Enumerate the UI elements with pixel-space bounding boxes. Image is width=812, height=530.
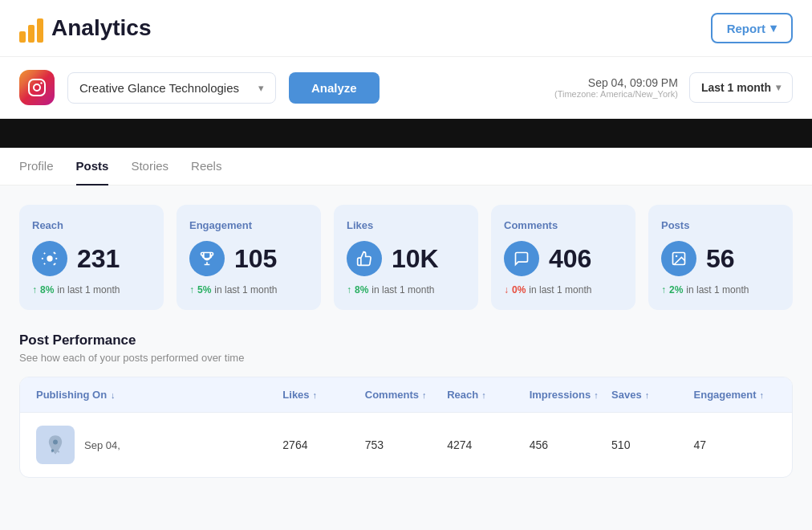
black-banner bbox=[0, 119, 812, 148]
stat-value: 10K bbox=[392, 244, 439, 274]
sort-icon: ↑ bbox=[645, 390, 650, 400]
change-arrow-icon: ↑ bbox=[32, 284, 37, 296]
stat-footer: ↑ 2% in last 1 month bbox=[661, 284, 780, 296]
col-header-comments[interactable]: Comments ↑ bbox=[365, 389, 447, 401]
stat-body: 406 bbox=[504, 241, 623, 276]
sort-icon: ↑ bbox=[594, 390, 599, 400]
stat-title: Reach bbox=[32, 219, 151, 231]
cell-saves: 510 bbox=[611, 438, 693, 451]
stat-card-reach: Reach 231 ↑ 8% in last 1 month bbox=[19, 205, 164, 310]
stat-card-engagement: Engagement 105 ↑ 5% in last 1 month bbox=[177, 205, 321, 310]
stats-cards: Reach 231 ↑ 8% in last 1 month Engagemen… bbox=[19, 205, 793, 310]
stat-footer: ↑ 5% in last 1 month bbox=[189, 284, 308, 296]
stat-footer: ↑ 8% in last 1 month bbox=[32, 284, 151, 296]
cell-reach: 4274 bbox=[447, 438, 529, 451]
datetime-info: Sep 04, 09:09 PM (Timezone: America/New_… bbox=[554, 76, 678, 99]
svg-point-5 bbox=[676, 255, 678, 258]
stat-body: 231 bbox=[32, 241, 151, 276]
post-thumbnail bbox=[36, 426, 75, 464]
post-date: Sep 04, bbox=[84, 439, 120, 451]
cell-engagement: 47 bbox=[694, 438, 776, 451]
period-label: Last 1 month bbox=[701, 81, 771, 94]
svg-point-1 bbox=[34, 84, 40, 91]
stat-card-posts: Posts 56 ↑ 2% in last 1 month bbox=[648, 205, 793, 310]
analyze-button[interactable]: Analyze bbox=[289, 72, 380, 104]
col-header-saves[interactable]: Saves ↑ bbox=[611, 389, 693, 401]
table-row: Sep 04, 2764 753 4274 456 510 47 bbox=[20, 413, 792, 477]
app-logo: Analytics bbox=[19, 14, 152, 43]
stat-title: Engagement bbox=[189, 219, 308, 231]
tab-profile[interactable]: Profile bbox=[19, 148, 54, 186]
app-title: Analytics bbox=[51, 15, 152, 41]
change-pct: 8% bbox=[40, 284, 54, 296]
sort-icon: ↑ bbox=[481, 390, 486, 400]
stat-icon bbox=[661, 241, 696, 276]
col-header-publishing[interactable]: Publishing On ↓ bbox=[36, 389, 282, 401]
stat-icon bbox=[32, 241, 67, 276]
tab-stories[interactable]: Stories bbox=[131, 148, 168, 186]
account-selector[interactable]: Creative Glance Technologies ▾ bbox=[67, 72, 276, 104]
stat-body: 10K bbox=[347, 241, 465, 276]
section-subtitle: See how each of your posts performed ove… bbox=[19, 352, 793, 364]
change-pct: 5% bbox=[197, 284, 211, 296]
col-header-engagement[interactable]: Engagement ↑ bbox=[694, 389, 776, 401]
svg-point-3 bbox=[47, 255, 52, 261]
change-label: in last 1 month bbox=[57, 284, 120, 296]
chevron-down-icon: ▾ bbox=[770, 21, 777, 35]
col-header-impressions[interactable]: Impressions ↑ bbox=[530, 389, 611, 401]
datetime-main: Sep 04, 09:09 PM bbox=[554, 76, 678, 89]
app-header: Analytics Report ▾ bbox=[0, 0, 812, 57]
change-label: in last 1 month bbox=[686, 284, 749, 296]
table-header: Publishing On ↓ Likes ↑ Comments ↑ Reach… bbox=[20, 377, 792, 413]
change-pct: 2% bbox=[669, 284, 683, 296]
chevron-down-icon: ▾ bbox=[258, 82, 264, 94]
stat-body: 56 bbox=[661, 241, 780, 276]
change-label: in last 1 month bbox=[529, 284, 591, 296]
post-performance-section: Post Performance See how each of your po… bbox=[19, 332, 793, 478]
stat-icon bbox=[189, 241, 225, 276]
instagram-icon bbox=[19, 70, 55, 105]
stat-body: 105 bbox=[189, 241, 308, 276]
stat-icon bbox=[347, 241, 382, 276]
nav-tabs: Profile Posts Stories Reels bbox=[0, 148, 812, 186]
sort-icon: ↑ bbox=[313, 390, 318, 400]
cell-comments: 753 bbox=[365, 438, 447, 451]
change-label: in last 1 month bbox=[214, 284, 277, 296]
datetime-sub: (Timezone: America/New_York) bbox=[554, 89, 678, 99]
performance-table: Publishing On ↓ Likes ↑ Comments ↑ Reach… bbox=[19, 377, 793, 478]
change-arrow-icon: ↑ bbox=[661, 284, 666, 296]
stat-value: 105 bbox=[234, 244, 277, 274]
account-name: Creative Glance Technologies bbox=[79, 81, 239, 95]
stat-card-likes: Likes 10K ↑ 8% in last 1 month bbox=[334, 205, 478, 310]
stat-value: 56 bbox=[706, 244, 735, 274]
change-arrow-icon: ↑ bbox=[189, 284, 194, 296]
stat-title: Likes bbox=[347, 219, 465, 231]
period-selector[interactable]: Last 1 month ▾ bbox=[689, 72, 793, 103]
change-pct: 0% bbox=[512, 284, 526, 296]
chevron-down-icon: ▾ bbox=[776, 82, 781, 93]
svg-point-2 bbox=[40, 82, 42, 84]
section-title: Post Performance bbox=[19, 332, 793, 349]
change-arrow-icon: ↑ bbox=[347, 284, 351, 296]
col-header-likes[interactable]: Likes ↑ bbox=[282, 389, 364, 401]
tab-posts[interactable]: Posts bbox=[76, 148, 109, 186]
cell-likes: 2764 bbox=[282, 438, 364, 451]
svg-rect-0 bbox=[29, 80, 45, 96]
svg-point-6 bbox=[53, 440, 58, 445]
cell-publishing: Sep 04, bbox=[36, 426, 282, 464]
col-header-reach[interactable]: Reach ↑ bbox=[447, 389, 529, 401]
stat-value: 231 bbox=[77, 244, 120, 274]
stat-footer: ↓ 0% in last 1 month bbox=[504, 284, 623, 296]
svg-point-7 bbox=[51, 449, 55, 452]
toolbar-right: Sep 04, 09:09 PM (Timezone: America/New_… bbox=[554, 72, 793, 103]
stat-footer: ↑ 8% in last 1 month bbox=[347, 284, 465, 296]
change-arrow-icon: ↓ bbox=[504, 284, 509, 296]
report-button[interactable]: Report ▾ bbox=[711, 13, 793, 43]
tab-reels[interactable]: Reels bbox=[191, 148, 221, 186]
stat-title: Comments bbox=[504, 219, 623, 231]
cell-impressions: 456 bbox=[530, 438, 611, 451]
sort-icon: ↑ bbox=[760, 390, 765, 400]
change-pct: 8% bbox=[355, 284, 368, 296]
stat-icon bbox=[504, 241, 539, 276]
stat-title: Posts bbox=[661, 219, 780, 231]
